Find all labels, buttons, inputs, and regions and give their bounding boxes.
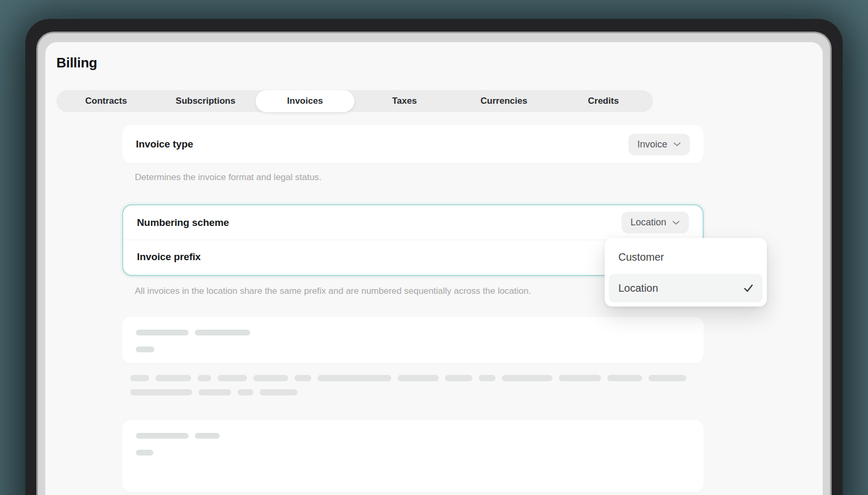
skeleton-bar — [136, 330, 189, 335]
numbering-scheme-dropdown-menu: Customer Location — [605, 238, 767, 306]
invoice-type-description: Determines the invoice format and legal … — [135, 172, 321, 183]
placeholder-card — [122, 317, 704, 363]
settings-column: Invoice type Invoice Determines the invo… — [122, 42, 704, 495]
checkmark-icon — [743, 282, 754, 294]
page-title: Billing — [56, 55, 97, 71]
numbering-scheme-select[interactable]: Location — [622, 212, 689, 233]
skeleton-bar — [445, 375, 472, 381]
skeleton-bar — [559, 375, 601, 381]
skeleton-line — [136, 346, 690, 352]
billing-page: Billing Contracts Subscriptions Invoices… — [45, 42, 823, 495]
skeleton-bar — [136, 346, 154, 352]
option-label: Location — [618, 282, 658, 294]
numbering-scheme-label: Numbering scheme — [137, 217, 229, 229]
skeleton-bar — [502, 375, 553, 381]
skeleton-bar — [155, 375, 191, 381]
skeleton-line — [136, 330, 690, 335]
skeleton-bar — [130, 389, 192, 395]
chevron-down-icon — [673, 142, 681, 147]
skeleton-bar — [479, 375, 496, 381]
numbering-scheme-value: Location — [630, 217, 666, 228]
invoice-type-label: Invoice type — [136, 138, 193, 150]
skeleton-bar — [136, 433, 189, 439]
invoice-type-card: Invoice type Invoice — [122, 125, 704, 163]
skeleton-bar — [648, 375, 686, 381]
skeleton-bar — [253, 375, 288, 381]
dropdown-option-location[interactable]: Location — [609, 274, 763, 302]
numbering-scheme-row: Numbering scheme Location — [123, 205, 703, 240]
skeleton-bar — [238, 389, 253, 395]
skeleton-bar — [218, 375, 247, 381]
window-frame: Billing Contracts Subscriptions Invoices… — [25, 19, 843, 495]
numbering-scheme-description: All invoices in the location share the s… — [135, 286, 531, 296]
skeleton-bar — [398, 375, 439, 381]
dropdown-option-customer[interactable]: Customer — [609, 242, 763, 272]
skeleton-bar — [130, 375, 149, 381]
invoice-prefix-label: Invoice prefix — [137, 251, 201, 263]
window-bezel: Billing Contracts Subscriptions Invoices… — [38, 33, 830, 495]
invoice-type-select[interactable]: Invoice — [628, 134, 690, 155]
skeleton-bar — [195, 433, 220, 439]
skeleton-bar — [607, 375, 642, 381]
skeleton-text-row — [130, 375, 686, 381]
skeleton-bar — [199, 389, 231, 395]
invoice-type-value: Invoice — [637, 139, 667, 150]
skeleton-line — [136, 433, 690, 439]
chevron-down-icon — [672, 220, 680, 225]
skeleton-line — [136, 450, 690, 456]
skeleton-bar — [294, 375, 311, 381]
skeleton-bar — [260, 389, 298, 395]
skeleton-bar — [136, 450, 153, 456]
option-label: Customer — [618, 251, 664, 263]
placeholder-card — [122, 420, 704, 492]
skeleton-bar — [198, 375, 211, 381]
skeleton-text-row — [130, 389, 298, 395]
invoice-type-row: Invoice type Invoice — [122, 125, 704, 163]
skeleton-bar — [195, 330, 250, 335]
skeleton-bar — [318, 375, 391, 381]
